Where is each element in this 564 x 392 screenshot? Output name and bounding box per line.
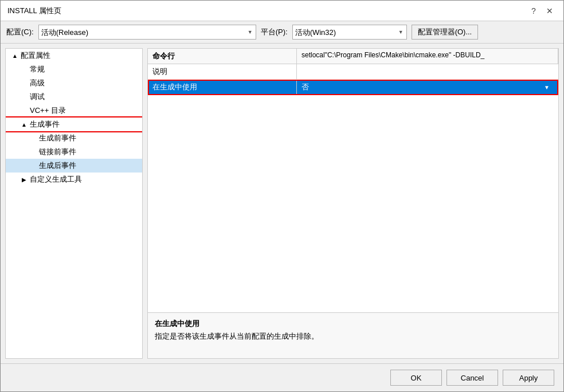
config-select-wrapper: 活动(Release) [38,25,256,40]
ok-button[interactable]: OK [390,370,442,386]
tree-label-config-props: 配置属性 [21,50,50,61]
tree-label-custom-build: 自定义生成工具 [30,174,82,185]
desc-panel-text: 指定是否将该生成事件从当前配置的生成中排除。 [155,331,551,342]
tree-item-pre-build[interactable]: 生成前事件 [6,131,142,145]
close-button[interactable]: ✕ [543,4,557,18]
tree-label-advanced: 高级 [30,78,45,88]
tree-spacer-general [19,65,29,74]
desc-value-cell [297,64,558,79]
tree-spacer-pre-build [29,134,38,143]
dialog-title: INSTALL 属性页 [7,6,61,16]
config-label: 配置(C): [6,27,34,37]
right-panel: 命令行 setlocal"C:\Program Files\CMake\bin\… [147,48,559,359]
tree-label-debug: 调试 [30,92,45,102]
cancel-button[interactable]: Cancel [446,370,498,386]
desc-panel-title: 在生成中使用 [155,319,551,329]
property-dialog: INSTALL 属性页 ? ✕ 配置(C): 活动(Release) 平台(P)… [0,0,564,392]
tree-spacer-pre-link [29,147,38,156]
tree-item-pre-link[interactable]: 链接前事件 [6,145,142,159]
left-panel: ▲配置属性常规高级调试VC++ 目录▲生成事件生成前事件链接前事件生成后事件▶自… [5,48,143,359]
footer: OK Cancel Apply [1,363,563,391]
help-button[interactable]: ? [527,4,540,18]
tree-item-general[interactable]: 常规 [6,62,142,76]
toolbar: 配置(C): 活动(Release) 平台(P): 活动(Win32) 配置管理… [1,21,563,44]
header-command: 命令行 [148,49,297,64]
title-buttons: ? ✕ [527,4,557,18]
apply-button[interactable]: Apply [503,370,554,386]
desc-label: 说明 [152,67,167,76]
use-in-build-value: 否 [301,82,309,92]
header-value: setlocal"C:\Program Files\CMake\bin\cmak… [297,49,558,64]
tree-label-pre-link: 链接前事件 [39,147,76,157]
tree-toggle-config-props: ▲ [10,51,19,60]
tree-item-vc-dirs[interactable]: VC++ 目录 [6,104,142,117]
platform-label: 平台(P): [261,27,288,37]
tree-label-build-events: 生成事件 [30,119,60,130]
tree-label-post-build: 生成后事件 [39,160,76,171]
tree-spacer-vc-dirs [19,106,29,115]
main-content: ▲配置属性常规高级调试VC++ 目录▲生成事件生成前事件链接前事件生成后事件▶自… [1,44,563,363]
tree-toggle-build-events: ▲ [19,120,29,129]
prop-table: 说明 在生成中使用 否 ▼ [148,64,558,312]
config-manager-button[interactable]: 配置管理器(O)... [412,25,479,40]
tree-item-advanced[interactable]: 高级 [6,76,142,90]
title-bar: INSTALL 属性页 ? ✕ [1,1,563,21]
tree-item-custom-build[interactable]: ▶自定义生成工具 [6,173,142,186]
tree-toggle-custom-build: ▶ [19,175,29,184]
description-panel: 在生成中使用 指定是否将该生成事件从当前配置的生成中排除。 [148,312,558,358]
use-in-build-name-cell: 在生成中使用 [148,80,297,95]
tree-item-post-build[interactable]: 生成后事件 [6,159,142,173]
tree-spacer-advanced [19,79,29,88]
tree-item-config-props[interactable]: ▲配置属性 [6,49,142,62]
tree-item-build-events[interactable]: ▲生成事件 [6,117,142,131]
tree-spacer-debug [19,92,29,101]
use-in-build-dropdown-btn[interactable]: ▼ [540,84,554,91]
prop-header: 命令行 setlocal"C:\Program Files\CMake\bin\… [148,49,558,64]
tree-item-debug[interactable]: 调试 [6,90,142,104]
platform-select-wrapper: 活动(Win32) [292,25,407,40]
tree-label-general: 常规 [30,64,45,75]
config-select[interactable]: 活动(Release) [38,25,256,40]
use-in-build-label: 在生成中使用 [152,83,197,91]
description-prop-row: 说明 [148,64,558,80]
tree-spacer-post-build [29,161,38,170]
tree-label-pre-build: 生成前事件 [39,133,76,143]
desc-name-cell: 说明 [148,64,297,79]
use-in-build-prop-row[interactable]: 在生成中使用 否 ▼ [148,80,558,95]
platform-select[interactable]: 活动(Win32) [292,25,407,40]
use-in-build-value-cell: 否 ▼ [297,80,558,95]
tree-label-vc-dirs: VC++ 目录 [30,105,66,116]
